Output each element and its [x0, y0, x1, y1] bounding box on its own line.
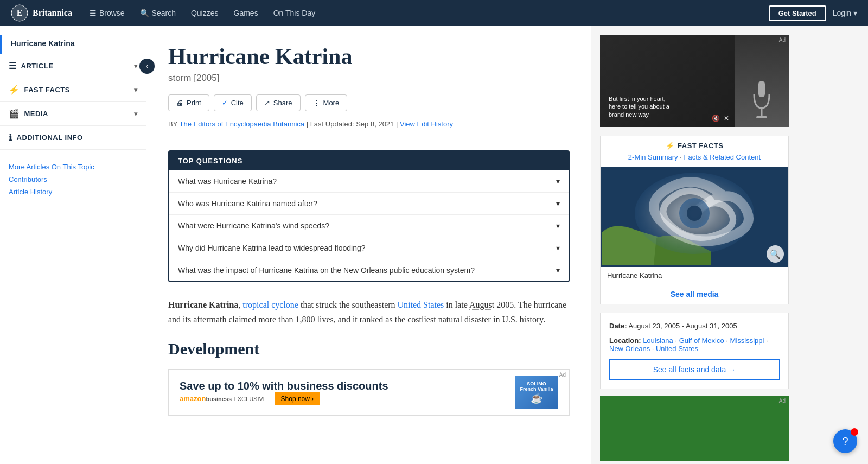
article-icon: ☰: [9, 61, 17, 71]
ad-tag: Ad: [779, 37, 786, 43]
sidebar-section-article: ☰ ARTICLE ▾: [0, 54, 146, 78]
amazon-brand: amazonbusiness EXCLUSIVE Shop now ›: [180, 392, 504, 405]
sidebar-links: More Articles On This Topic Contributors…: [0, 158, 146, 205]
fast-facts-title: FAST FACTS: [678, 142, 723, 150]
sidebar-link-contributors[interactable]: Contributors: [9, 173, 146, 186]
chevron-down-icon: ▾: [134, 62, 138, 70]
sidebar-fast-facts-header[interactable]: ⚡ FAST FACTS ▾: [0, 78, 146, 101]
sidebar-link-more-articles[interactable]: More Articles On This Topic: [9, 161, 146, 173]
svg-point-8: [687, 206, 702, 221]
chevron-down-icon: ▾: [853, 9, 857, 17]
cite-icon: ✓: [222, 99, 228, 107]
header-right: Get Started Login ▾: [769, 5, 857, 21]
united-states-link[interactable]: United States: [398, 300, 444, 309]
hurricane-image-container[interactable]: 🔍: [601, 167, 788, 267]
sidebar-additional-info-header[interactable]: ℹ ADDITIONAL INFO: [0, 126, 146, 149]
main-content: Hurricane Katrina storm [2005] 🖨 Print ✓…: [146, 26, 591, 464]
cite-button[interactable]: ✓ Cite: [214, 94, 252, 111]
see-all-media-button[interactable]: See all media: [601, 284, 788, 304]
print-button[interactable]: 🖨 Print: [168, 94, 209, 111]
magnify-icon[interactable]: 🔍: [767, 245, 784, 263]
print-icon: 🖨: [176, 99, 183, 107]
on-this-day-nav-item[interactable]: On This Day: [267, 5, 322, 21]
location-link-0[interactable]: Louisiana: [643, 336, 673, 345]
left-sidebar: Hurricane Katrina ‹ ☰ ARTICLE ▾ ⚡ FAST F…: [0, 26, 146, 464]
sidebar-section-fast-facts: ⚡ FAST FACTS ▾: [0, 78, 146, 102]
date-value-text: August 23, 2005 - August 31, 2005: [628, 322, 737, 330]
fast-facts-panel: ⚡ FAST FACTS 2-Min Summary · Facts & Rel…: [600, 136, 789, 304]
article-meta: BY The Editors of Encyclopaedia Britanni…: [168, 120, 570, 137]
share-button[interactable]: ↗ Share: [256, 94, 301, 111]
solimo-product-image: SOLIMOFrench Vanilla ☕: [515, 376, 558, 409]
article-bold-term: Hurricane Katrina: [168, 300, 238, 309]
image-caption: Hurricane Katrina: [601, 267, 788, 284]
quizzes-nav-item[interactable]: Quizzes: [184, 5, 225, 21]
tropical-cyclone-link[interactable]: tropical cyclone: [242, 300, 298, 309]
location-link-4[interactable]: United States: [656, 345, 698, 353]
sidebar-link-article-history[interactable]: Article History: [9, 186, 146, 198]
august-underlined: August: [469, 300, 494, 310]
info-icon: ℹ: [9, 132, 12, 143]
sidebar-title: Hurricane Katrina: [0, 35, 146, 54]
more-button[interactable]: ⋮ More: [305, 94, 348, 111]
search-nav-item[interactable]: 🔍 Search: [133, 5, 182, 21]
chevron-down-icon: ▾: [134, 86, 138, 94]
question-item-4[interactable]: Why did Hurricane Katrina lead to widesp…: [169, 237, 569, 259]
question-item-2[interactable]: Who was Hurricane Katrina named after? ▾: [169, 193, 569, 215]
help-notification-badge: [851, 428, 858, 436]
video-ad-container[interactable]: Ad But first in your heart, here to tell…: [600, 35, 789, 127]
fast-facts-header: ⚡ FAST FACTS 2-Min Summary · Facts & Rel…: [601, 136, 788, 167]
shop-now-button[interactable]: Shop now ›: [275, 392, 321, 405]
chevron-down-icon: ▾: [134, 110, 138, 118]
location-link-2[interactable]: Mississippi: [730, 336, 764, 345]
article-body: Hurricane Katrina, tropical cyclone that…: [168, 297, 570, 327]
section-heading-development: Development: [168, 340, 570, 358]
location-link-1[interactable]: Gulf of Mexico: [679, 336, 724, 345]
location-row: Location: Louisiana · Gulf of Mexico · M…: [609, 336, 780, 353]
location-link-3[interactable]: New Orleans: [609, 345, 650, 353]
facts-data: Date: August 23, 2005 - August 31, 2005 …: [600, 313, 789, 389]
share-icon: ↗: [264, 99, 270, 107]
sidebar-article-header[interactable]: ☰ ARTICLE ▾: [0, 54, 146, 78]
view-edit-history-link[interactable]: View Edit History: [400, 120, 453, 128]
close-icon[interactable]: ✕: [724, 115, 729, 122]
see-all-facts-button[interactable]: See all facts and data →: [609, 359, 780, 380]
question-mark-icon: ?: [842, 435, 848, 448]
question-item-5[interactable]: What was the impact of Hurricane Katrina…: [169, 259, 569, 281]
login-button[interactable]: Login ▾: [833, 9, 857, 17]
article-title: Hurricane Katrina: [168, 43, 570, 69]
sidebar-section-media: 🎬 MEDIA ▾: [0, 102, 146, 126]
chevron-down-icon: ▾: [556, 266, 560, 275]
chevron-down-icon: ▾: [556, 221, 560, 230]
mute-icon[interactable]: 🔇: [712, 115, 720, 122]
facts-related-content-link[interactable]: Facts & Related Content: [684, 153, 761, 161]
chevron-down-icon: ▾: [556, 199, 560, 208]
site-header: Ε Britannica ☰ Browse 🔍 Search Quizzes G…: [0, 0, 868, 26]
top-questions-section: TOP QUESTIONS What was Hurricane Katrina…: [168, 150, 570, 282]
date-row: Date: August 23, 2005 - August 31, 2005: [609, 322, 780, 330]
authors-link[interactable]: The Editors of Encyclopaedia Britannica: [180, 120, 305, 128]
search-icon: 🔍: [140, 9, 149, 17]
two-min-summary-link[interactable]: 2-Min Summary: [628, 153, 678, 161]
sidebar-section-additional-info: ℹ ADDITIONAL INFO: [0, 126, 146, 150]
svg-text:Ε: Ε: [17, 8, 23, 17]
ad-tag: Ad: [779, 398, 786, 404]
sidebar-collapse-button[interactable]: ‹: [139, 59, 155, 74]
browse-nav-item[interactable]: ☰ Browse: [83, 5, 131, 21]
top-questions-title: TOP QUESTIONS: [169, 151, 569, 170]
help-button[interactable]: ?: [833, 429, 857, 453]
menu-icon: ☰: [90, 9, 97, 17]
question-item-3[interactable]: What were Hurricane Katrina's wind speed…: [169, 215, 569, 237]
video-ad-text: But first in your heart, here to tell yo…: [604, 91, 680, 123]
question-item-1[interactable]: What was Hurricane Katrina? ▾: [169, 170, 569, 193]
page-layout: Hurricane Katrina ‹ ☰ ARTICLE ▾ ⚡ FAST F…: [0, 26, 868, 464]
right-sidebar: Ad But first in your heart, here to tell…: [591, 26, 797, 464]
amazon-ad-title: Save up to 10% with business discounts: [180, 380, 504, 392]
article-actions: 🖨 Print ✓ Cite ↗ Share ⋮ More: [168, 94, 570, 111]
lightning-icon: ⚡: [9, 85, 20, 95]
games-nav-item[interactable]: Games: [227, 5, 265, 21]
sidebar-media-header[interactable]: 🎬 MEDIA ▾: [0, 102, 146, 125]
location-label: Location:: [609, 336, 641, 345]
get-started-button[interactable]: Get Started: [769, 5, 826, 21]
britannica-logo[interactable]: Ε Britannica: [11, 4, 72, 22]
